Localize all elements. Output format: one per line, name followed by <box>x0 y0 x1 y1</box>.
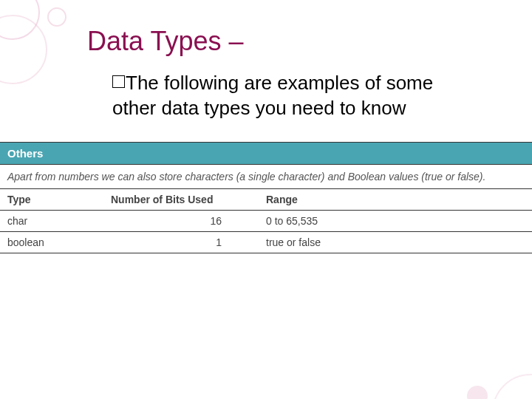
page-title: Data Types – <box>87 26 243 57</box>
col-type: Type <box>0 189 103 211</box>
col-bits: Number of Bits Used <box>103 189 259 211</box>
intro-text: The following are examples of some other… <box>112 71 473 121</box>
bullet-icon <box>112 75 125 88</box>
corner-decoration <box>0 0 74 96</box>
cell-type: boolean <box>0 232 103 253</box>
table-row: boolean 1 true or false <box>0 232 532 253</box>
cell-range: 0 to 65,535 <box>259 211 532 232</box>
intro-span: The following are examples of some other… <box>112 72 433 119</box>
table-header-row: Type Number of Bits Used Range <box>0 189 532 211</box>
table-row: char 16 0 to 65,535 <box>0 211 532 232</box>
cell-bits: 1 <box>103 232 259 253</box>
footer-decoration <box>451 362 532 399</box>
cell-range: true or false <box>259 232 532 253</box>
cell-bits: 16 <box>103 211 259 232</box>
section-header: Others <box>0 142 532 165</box>
col-range: Range <box>259 189 532 211</box>
data-types-section: Others Apart from numbers we can also st… <box>0 142 532 253</box>
cell-type: char <box>0 211 103 232</box>
section-description: Apart from numbers we can also store cha… <box>0 165 532 189</box>
data-types-table: Type Number of Bits Used Range char 16 0… <box>0 189 532 253</box>
